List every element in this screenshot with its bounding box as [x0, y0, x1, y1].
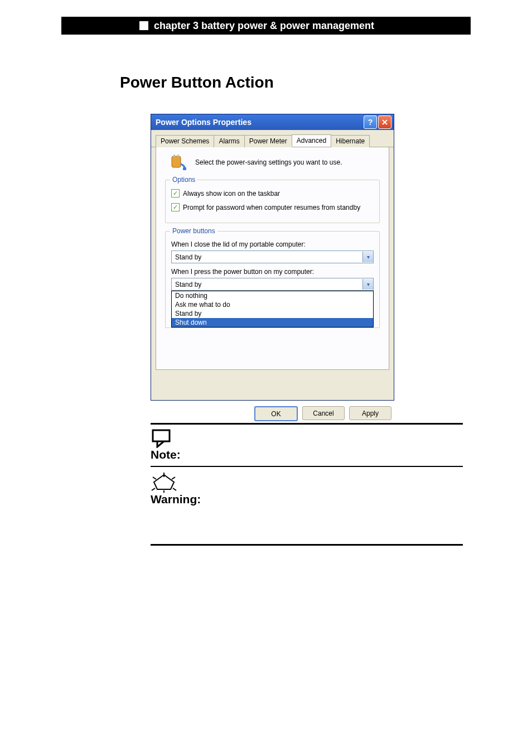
power-buttons-groupbox: Power buttons When I close the lid of my… [165, 231, 380, 328]
svg-line-8 [172, 477, 175, 479]
note-icon [151, 429, 173, 448]
power-button-label: When I press the power button on my comp… [171, 268, 374, 276]
help-button[interactable]: ? [364, 115, 377, 129]
checkbox-prompt-password[interactable]: ✓ [171, 203, 180, 211]
svg-rect-2 [177, 155, 179, 157]
dialog-button-row: OK Cancel Apply [254, 406, 391, 421]
checkbox-show-icon[interactable]: ✓ [171, 189, 180, 198]
lid-close-value: Stand by [175, 253, 201, 261]
power-button-dropdown-list: Do nothing Ask me what to do Stand by Sh… [171, 291, 374, 328]
section-title: Power Button Action [120, 74, 471, 92]
chapter-header: chapter 3 battery power & power manageme… [61, 17, 471, 35]
warning-label: Warning: [151, 493, 463, 506]
divider [151, 423, 463, 425]
notes-section: Note: Warning: [151, 423, 463, 546]
power-options-dialog: Power Options Properties ? Power Schemes… [151, 114, 394, 401]
checkbox-prompt-password-label: Prompt for password when computer resume… [183, 204, 360, 211]
warning-icon [151, 471, 177, 493]
svg-line-10 [173, 488, 176, 490]
advanced-panel: Select the power-saving settings you wan… [156, 147, 389, 370]
power-buttons-legend: Power buttons [170, 227, 217, 235]
tab-strip: Power Schemes Alarms Power Meter Advance… [151, 130, 394, 147]
battery-plug-icon [168, 154, 187, 171]
svg-rect-4 [153, 430, 170, 441]
power-button-value: Stand by [175, 281, 201, 288]
power-button-dropdown[interactable]: Stand by ▾ [171, 278, 374, 291]
divider [151, 544, 463, 546]
divider [151, 466, 463, 467]
close-button[interactable] [378, 115, 391, 129]
cancel-button[interactable]: Cancel [302, 406, 345, 420]
dialog-title: Power Options Properties [156, 118, 362, 127]
chevron-down-icon: ▾ [362, 252, 373, 262]
options-legend: Options [170, 176, 197, 184]
dropdown-option-selected[interactable]: Shut down [172, 318, 373, 327]
ok-button[interactable]: OK [254, 406, 298, 421]
lid-close-label: When I close the lid of my portable comp… [171, 240, 374, 248]
svg-rect-1 [173, 155, 175, 157]
dropdown-option[interactable]: Do nothing [172, 291, 373, 300]
checkbox-show-icon-label: Always show icon on the taskbar [183, 190, 280, 198]
dropdown-option[interactable]: Stand by [172, 309, 373, 318]
intro-text: Select the power-saving settings you wan… [195, 158, 342, 166]
note-label: Note: [151, 448, 463, 461]
dropdown-option[interactable]: Ask me what to do [172, 300, 373, 309]
tab-power-meter[interactable]: Power Meter [244, 135, 292, 147]
tab-advanced[interactable]: Advanced [292, 134, 331, 147]
chevron-down-icon: ▾ [362, 279, 373, 290]
svg-line-7 [153, 477, 156, 479]
chapter-title: chapter 3 battery power & power manageme… [154, 20, 374, 32]
header-square-icon [139, 21, 148, 30]
tab-power-schemes[interactable]: Power Schemes [156, 135, 214, 147]
lid-close-dropdown[interactable]: Stand by ▾ [171, 251, 374, 263]
apply-button[interactable]: Apply [349, 406, 391, 420]
svg-rect-3 [183, 167, 186, 170]
tab-alarms[interactable]: Alarms [214, 135, 244, 147]
svg-line-9 [152, 488, 155, 490]
svg-rect-0 [172, 156, 181, 167]
options-groupbox: Options ✓ Always show icon on the taskba… [165, 180, 380, 223]
dialog-titlebar: Power Options Properties ? [151, 114, 394, 130]
tab-hibernate[interactable]: Hibernate [331, 135, 370, 147]
